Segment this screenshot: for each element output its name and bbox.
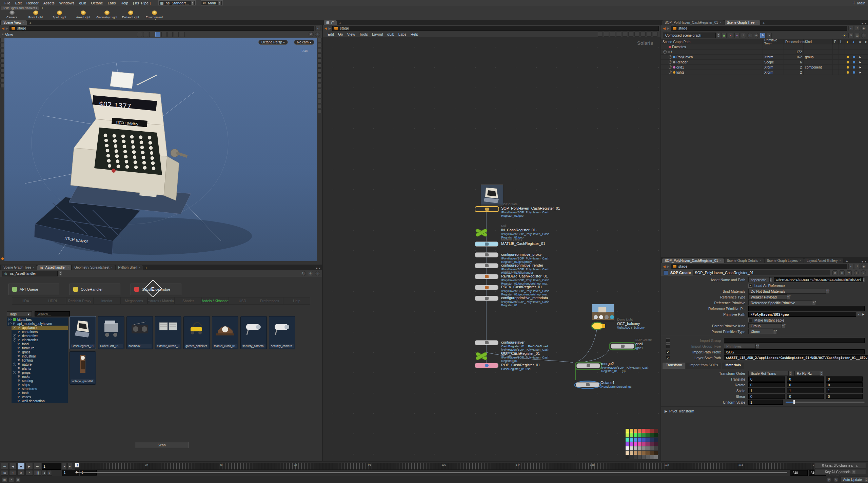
pivot-transform-row[interactable]: ▶ Pivot Transform: [661, 408, 868, 414]
gear-icon[interactable]: ⚙: [308, 271, 313, 276]
menu-windows[interactable]: Windows: [57, 1, 77, 5]
tags-dropdown[interactable]: Tags▾: [7, 311, 32, 316]
category-tab-models-kitbashes[interactable]: Models / Kitbashes: [202, 297, 229, 305]
tree-item-grass[interactable]: Ƥgrass: [12, 350, 68, 354]
transform-field[interactable]: 0: [748, 376, 785, 382]
palette-swatch[interactable]: [654, 451, 658, 455]
menu-nspipe[interactable]: [ ns_Pipe ]: [131, 1, 153, 5]
palette-swatch[interactable]: [634, 455, 637, 459]
viewport-right-icon[interactable]: [318, 94, 322, 98]
viewport-right-icon[interactable]: [318, 48, 322, 52]
palette-swatch[interactable]: [638, 438, 642, 442]
expand-icon[interactable]: +: [13, 338, 16, 342]
l-flag-cell[interactable]: [839, 65, 845, 70]
param-field[interactable]: $ASSET_LIB_ADD_2/appliances/CashRegister…: [724, 355, 868, 360]
ball-flag-cell[interactable]: [851, 65, 857, 70]
handler-spinner[interactable]: ▲▼: [59, 271, 62, 275]
checkbox[interactable]: [748, 318, 752, 322]
next-frame-button[interactable]: ▸: [67, 463, 72, 470]
ball-flag-cell[interactable]: [851, 55, 857, 59]
maximize-icon[interactable]: ■: [862, 22, 863, 25]
gear-icon[interactable]: ⚙: [832, 270, 837, 275]
expand-icon[interactable]: +: [669, 71, 672, 74]
viewport-right-icon[interactable]: [318, 104, 322, 108]
help-icon[interactable]: ?: [315, 32, 320, 37]
snap-icon[interactable]: [598, 32, 603, 37]
param-dropdown[interactable]: Weaker Payload: [748, 294, 787, 300]
net-menu-layout[interactable]: Layout: [370, 32, 385, 36]
column-[interactable]: ●: [845, 39, 851, 44]
red-toggle-icon[interactable]: [167, 32, 173, 37]
folder-tab-transform[interactable]: Transform: [663, 363, 685, 369]
arrow-icon[interactable]: [143, 32, 148, 37]
tab-scene-graph-tree[interactable]: Scene Graph Tree×: [725, 20, 760, 25]
asset-card-camera[interactable]: security_camera: [269, 316, 295, 349]
checkbox[interactable]: ✓: [748, 284, 752, 288]
back-icon[interactable]: ◀: [2, 26, 4, 30]
dopesheet-icon[interactable]: ||||: [34, 470, 41, 476]
l-flag-cell[interactable]: [839, 60, 845, 64]
palette-swatch[interactable]: [654, 429, 658, 433]
asset-name-dropdown[interactable]: sopcreate: [748, 277, 770, 282]
layout-spinner[interactable]: ▲▼: [218, 1, 221, 5]
button-api-queue[interactable]: API-Queue: [8, 284, 59, 295]
node-body[interactable]: [475, 285, 498, 290]
node-SOP_PolyHaven_CashRegister_01[interactable]: SOP CreateSOP_PolyHaven_CashRegister_01/…: [475, 206, 499, 212]
prev-frame-button[interactable]: ◂: [62, 463, 67, 470]
bundle-icon[interactable]: ◫: [855, 33, 860, 38]
bulb-flag-cell[interactable]: [845, 60, 851, 64]
camera-b-icon[interactable]: [180, 32, 185, 37]
ball-flag-icon[interactable]: [853, 71, 855, 74]
transform-field[interactable]: 1: [787, 388, 824, 393]
node-body[interactable]: [611, 344, 634, 349]
node-configureprimitive_render[interactable]: configureprimitive_render/PolyHaven/SOP_…: [475, 263, 498, 268]
column-[interactable]: ★: [857, 39, 863, 44]
transform-field[interactable]: 1: [826, 388, 863, 393]
palette-swatch[interactable]: [650, 446, 654, 450]
uniform-scale-field[interactable]: 1: [748, 400, 783, 405]
tree-item-props[interactable]: +Ƥprops: [12, 370, 68, 374]
network-tab[interactable]: ▤▢: [324, 20, 337, 25]
viewport-right-icon[interactable]: [318, 74, 322, 78]
folder-tab-import-from-sops[interactable]: Import from SOPs: [686, 363, 721, 369]
forward-icon[interactable]: ▶: [6, 26, 8, 30]
menu-edit[interactable]: Edit: [13, 1, 24, 5]
asset-card-clock[interactable]: mantel_clock_01: [212, 316, 238, 349]
menu-render[interactable]: Render: [24, 1, 41, 5]
scene-graph-row-PolyHaven[interactable]: +PolyHavenXform162group➤: [661, 55, 868, 60]
tab-geometry-spreadsheet[interactable]: Geometry Spreadsheet×: [72, 265, 115, 270]
viewport-right-icon[interactable]: [318, 63, 322, 67]
palette-swatch[interactable]: [650, 451, 654, 455]
loop-icon[interactable]: ↺: [17, 470, 25, 476]
transform-field[interactable]: 0: [826, 394, 863, 399]
filters-icon[interactable]: ⫯: [741, 33, 746, 38]
palette-swatch[interactable]: [634, 429, 637, 433]
uniform-scale-slider[interactable]: [786, 402, 865, 403]
asset-card-register[interactable]: CashRegister_01: [70, 316, 96, 349]
bulb-flag-cell[interactable]: [845, 70, 851, 75]
tree-item-plants[interactable]: Ƥplants: [12, 366, 68, 370]
palette-swatch[interactable]: [626, 451, 629, 455]
tree-item-rocks[interactable]: Ƥrocks: [12, 374, 68, 379]
tree-item-industrial[interactable]: Ƥindustrial: [12, 354, 68, 358]
expose-icon[interactable]: [616, 32, 621, 37]
color-icon[interactable]: [622, 32, 627, 37]
tab-ns-assethandler[interactable]: ns_AssetHandler×: [37, 265, 71, 270]
node-OUT_CashRegister_01[interactable]: NullOUT_CashRegister_01/PolyHaven/SOP_Po…: [475, 351, 488, 362]
p-flag-cell[interactable]: [833, 50, 839, 54]
chevron-down-icon[interactable]: ▾: [865, 260, 866, 263]
palette-swatch[interactable]: [646, 433, 650, 437]
close-icon[interactable]: ×: [800, 259, 801, 262]
display-mode-spinner[interactable]: ▲▼: [717, 33, 720, 37]
palette-swatch[interactable]: [642, 438, 646, 442]
viewport-left-icon[interactable]: [0, 74, 4, 78]
net-menu-go[interactable]: Go: [336, 32, 345, 36]
tree-item-nature[interactable]: +Ƥnature: [12, 362, 68, 366]
prim-red-icon[interactable]: ●: [728, 33, 733, 38]
asset-card-aircon[interactable]: exterior_aircon_u: [155, 316, 181, 349]
expand-icon[interactable]: +: [13, 334, 16, 337]
node-Octane1[interactable]: Octane1/Render/rendersettings: [574, 381, 601, 389]
palette-swatch[interactable]: [646, 446, 650, 450]
param-spinner[interactable]: ▲▼: [773, 330, 776, 334]
transform-field[interactable]: 0: [826, 382, 863, 387]
